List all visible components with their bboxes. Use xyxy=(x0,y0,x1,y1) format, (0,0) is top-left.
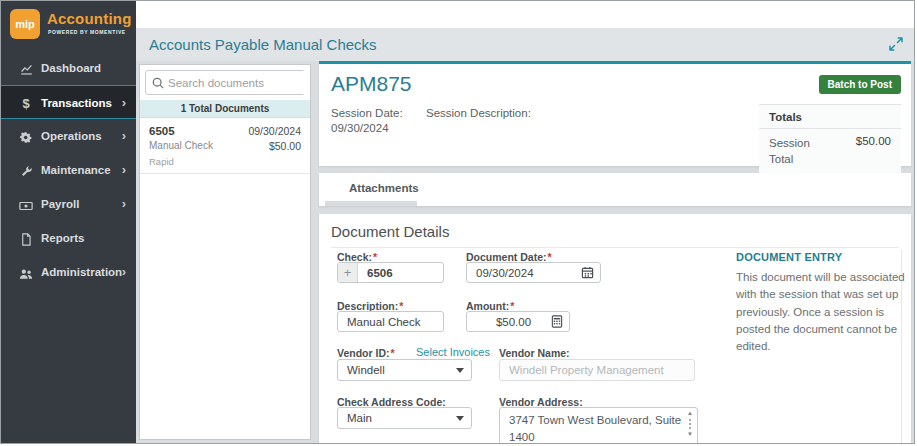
required-marker: * xyxy=(391,347,395,359)
expand-icon[interactable] xyxy=(889,37,903,55)
document-icon xyxy=(18,222,34,256)
chevron-right-icon: › xyxy=(122,153,126,187)
document-list: 650509/30/2024Manual Check$50.00Rapid xyxy=(140,117,310,174)
document-date: 09/30/2024 xyxy=(248,125,301,137)
users-icon xyxy=(18,256,34,290)
caret-down-icon xyxy=(456,368,464,373)
document-number: 6505 xyxy=(149,125,175,137)
document-list-item[interactable]: 650509/30/2024Manual Check$50.00Rapid xyxy=(140,117,310,174)
amount-value: $50.00 xyxy=(487,316,531,328)
caret-down-icon xyxy=(456,416,464,421)
check-input[interactable]: + 6506 xyxy=(337,262,444,283)
vendor-id-value: Windell xyxy=(338,364,385,376)
document-details-title: Document Details xyxy=(331,223,449,240)
dollar-icon: $ xyxy=(18,87,34,121)
chevron-right-icon: › xyxy=(122,255,126,289)
app-name: Accounting xyxy=(47,10,132,27)
sidebar-item-label: Payroll xyxy=(41,198,79,210)
header-bar: Accounts Payable Manual Checks xyxy=(136,28,914,61)
search-icon xyxy=(152,77,164,89)
sidebar-item-label: Administration xyxy=(41,266,122,278)
session-header-card: APM875 Session Date: 09/30/2024 Session … xyxy=(319,61,911,166)
scroll-up-icon[interactable]: ▲ xyxy=(687,410,693,417)
sidebar-item-maintenance[interactable]: Maintenance› xyxy=(1,153,136,187)
resize-grip-icon[interactable] xyxy=(689,439,696,443)
sidebar-nav: Dashboard$Transactions›Operations›Mainte… xyxy=(1,51,136,289)
totals-row: Session Total $50.00 xyxy=(759,129,901,175)
vendor-name-value: Windell Property Management xyxy=(500,364,664,376)
brand: mip Accounting POWERED BY MOMENTIVE xyxy=(1,1,136,49)
document-date-input[interactable]: 09/30/2024 xyxy=(466,262,601,283)
search-input[interactable] xyxy=(168,71,310,94)
amount-input[interactable]: $50.00 xyxy=(466,311,570,332)
sidebar-item-label: Transactions xyxy=(41,97,112,109)
heading-rule xyxy=(331,247,899,248)
document-list-panel: 1 Total Documents 650509/30/2024Manual C… xyxy=(139,64,311,440)
session-date-label: Session Date: xyxy=(331,107,403,119)
tab-indicator xyxy=(325,201,417,206)
sidebar-item-reports[interactable]: Reports xyxy=(1,221,136,255)
mip-logo-icon: mip xyxy=(10,9,40,39)
sidebar-item-label: Maintenance xyxy=(41,164,111,176)
document-date-value: 09/30/2024 xyxy=(467,267,534,279)
scroll-thumb[interactable] xyxy=(689,419,691,429)
vendor-name-input: Windell Property Management xyxy=(499,359,695,381)
chevron-right-icon: › xyxy=(122,187,126,221)
calculator-icon[interactable] xyxy=(551,315,569,328)
vendor-address-field: 3747 Town West Boulevard, Suite 1400 PO … xyxy=(499,407,698,443)
session-total-value: $50.00 xyxy=(856,135,891,167)
chevron-right-icon: › xyxy=(122,86,126,120)
calendar-icon[interactable] xyxy=(581,266,600,279)
batch-to-post-button[interactable]: Batch to Post xyxy=(819,75,901,94)
sidebar-item-operations[interactable]: Operations› xyxy=(1,119,136,153)
check-address-code-value: Main xyxy=(338,412,372,424)
brand-tagline: POWERED BY MOMENTIVE xyxy=(48,29,126,35)
document-description: Manual Check xyxy=(149,140,213,152)
session-total-label: Session Total xyxy=(769,135,824,167)
document-entry-help-title: DOCUMENT ENTRY xyxy=(736,251,842,263)
chart-line-icon xyxy=(18,52,34,86)
session-id: APM875 xyxy=(331,72,412,96)
sidebar-item-label: Reports xyxy=(41,232,84,244)
scroll-down-icon[interactable]: ▼ xyxy=(687,431,693,438)
chevron-right-icon: › xyxy=(122,119,126,153)
sidebar-item-transactions[interactable]: $Transactions› xyxy=(1,85,136,119)
document-amount: $50.00 xyxy=(269,140,301,152)
select-invoices-link[interactable]: Select Invoices xyxy=(416,346,490,358)
totals-panel: Totals Session Total $50.00 xyxy=(759,104,901,176)
totals-title: Totals xyxy=(759,105,901,129)
tab-bar: Attachments xyxy=(319,173,911,206)
session-date-value: 09/30/2024 xyxy=(331,122,389,134)
app-window: mip Accounting POWERED BY MOMENTIVE Dash… xyxy=(0,0,915,444)
top-strip xyxy=(136,1,914,28)
wrench-icon xyxy=(18,154,34,188)
sidebar: mip Accounting POWERED BY MOMENTIVE Dash… xyxy=(1,1,136,443)
vendor-name-label: Vendor Name: xyxy=(499,347,570,359)
vendor-id-select[interactable]: Windell xyxy=(337,359,472,381)
check-address-code-select[interactable]: Main xyxy=(337,407,472,429)
document-entry-help-text: This document will be associated with th… xyxy=(736,269,911,355)
description-input[interactable]: Manual Check xyxy=(337,311,444,332)
vendor-id-label: Vendor ID:* xyxy=(337,347,395,359)
vendor-address-textarea[interactable]: 3747 Town West Boulevard, Suite 1400 PO … xyxy=(500,408,685,443)
total-documents-badge: 1 Total Documents xyxy=(140,100,310,117)
document-vendor: Rapid xyxy=(149,156,301,167)
session-description-label: Session Description: xyxy=(426,107,531,119)
document-details-card: Document Details Check:* + 6506 Document… xyxy=(319,214,911,443)
search-box xyxy=(145,70,305,95)
sidebar-item-administration[interactable]: Administration› xyxy=(1,255,136,289)
sidebar-item-dashboard[interactable]: Dashboard xyxy=(1,51,136,85)
tab-attachments[interactable]: Attachments xyxy=(349,173,419,204)
plus-icon[interactable]: + xyxy=(338,263,358,282)
sidebar-item-payroll[interactable]: Payroll› xyxy=(1,187,136,221)
sidebar-item-label: Dashboard xyxy=(41,62,101,74)
page-title: Accounts Payable Manual Checks xyxy=(149,28,377,61)
check-value: 6506 xyxy=(358,267,393,279)
banknote-icon xyxy=(18,188,34,222)
gears-icon xyxy=(18,120,34,154)
sidebar-item-label: Operations xyxy=(41,130,102,142)
description-value: Manual Check xyxy=(338,316,421,328)
